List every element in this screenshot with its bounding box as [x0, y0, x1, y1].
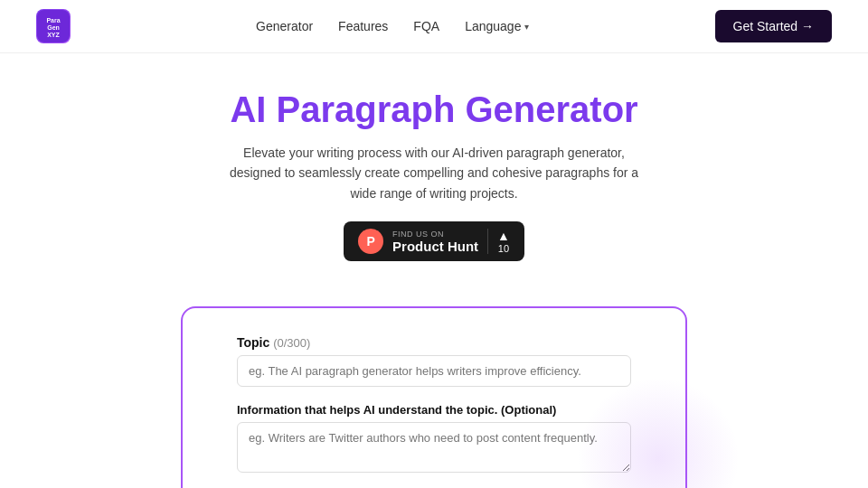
svg-text:Para: Para	[46, 17, 60, 23]
logo-icon: Para Gen XYZ	[36, 9, 71, 43]
product-hunt-icon: P	[358, 229, 383, 254]
chevron-down-icon: ▾	[524, 22, 529, 32]
product-hunt-upvotes: ▲ 10	[487, 229, 510, 254]
get-started-button[interactable]: Get Started →	[715, 10, 832, 42]
generator-form: Topic (0/300) Information that helps AI …	[181, 306, 687, 488]
topic-input[interactable]	[237, 355, 631, 387]
hero-section: AI Paragraph Generator Elevate your writ…	[0, 53, 868, 279]
info-textarea[interactable]	[237, 422, 631, 473]
product-hunt-find-label: FIND US ON	[392, 230, 444, 239]
logo[interactable]: Para Gen XYZ	[36, 9, 71, 43]
product-hunt-badge[interactable]: P FIND US ON Product Hunt ▲ 10	[344, 221, 524, 261]
svg-text:XYZ: XYZ	[47, 32, 60, 38]
char-count: (0/300)	[273, 336, 310, 350]
nav-features-link[interactable]: Features	[338, 19, 388, 33]
product-hunt-name: Product Hunt	[392, 239, 478, 254]
navbar: Para Gen XYZ Generator Features FQA Lang…	[0, 0, 868, 53]
upvote-count: 10	[498, 243, 509, 254]
hero-description: Elevate your writing process with our AI…	[226, 143, 642, 203]
hero-title: AI Paragraph Generator	[18, 89, 850, 130]
topic-label: Topic (0/300)	[237, 335, 631, 350]
nav-generator-link[interactable]: Generator	[256, 19, 313, 33]
nav-language-link[interactable]: Language ▾	[465, 19, 529, 33]
nav-fqa-link[interactable]: FQA	[413, 19, 439, 33]
product-hunt-text: FIND US ON Product Hunt	[392, 230, 478, 254]
upvote-arrow-icon: ▲	[497, 229, 510, 243]
nav-links: Generator Features FQA Language ▾	[256, 19, 529, 33]
svg-text:Gen: Gen	[47, 24, 60, 31]
info-label: Information that helps AI understand the…	[237, 403, 631, 417]
